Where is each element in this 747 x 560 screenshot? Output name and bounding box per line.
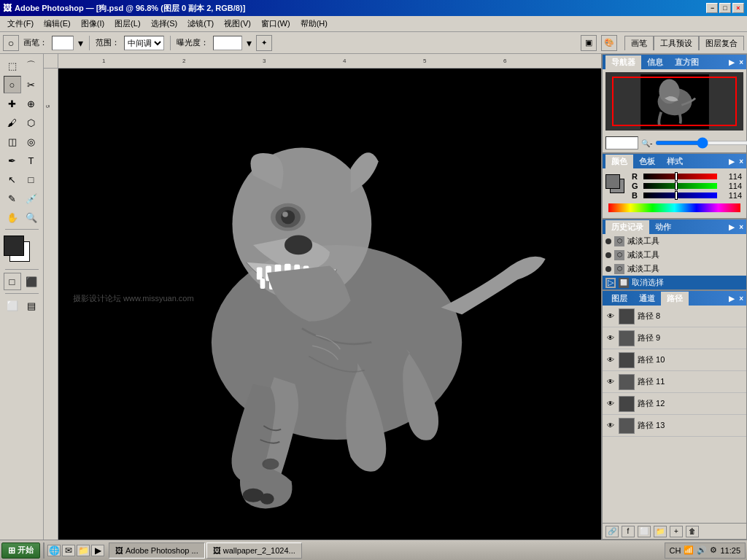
tab-histogram[interactable]: 直方图 [669,55,705,69]
brush-size-arrow[interactable]: ▾ [78,37,83,49]
navigator-expand-icon[interactable]: ▶ [729,58,735,66]
layer-link-icon[interactable]: 🔗 [605,526,619,537]
blur-tool[interactable]: ◎ [23,133,40,150]
spot-heal-tool[interactable]: ✚ [4,95,21,112]
tray-icon-3[interactable]: ⚙ [710,545,717,555]
menu-item-image[interactable]: 图像(I) [77,17,109,31]
eraser-tool[interactable]: ⬡ [23,114,40,131]
range-select[interactable]: 高光中间调暗调 [124,36,164,50]
layer-delete-icon[interactable]: 🗑 [686,526,699,537]
b-slider-thumb[interactable] [675,191,678,200]
menu-item-layer[interactable]: 图层(L) [110,17,144,31]
layer-new-icon[interactable]: + [670,526,683,537]
eyedropper-tool[interactable]: 💉 [23,190,40,207]
history-item-1[interactable]: ⬡ 减淡工具 [603,248,746,262]
layer-eye-0[interactable]: 👁 [605,311,616,322]
brush-tool[interactable]: 🖌 [4,114,21,131]
marquee-tool[interactable]: ⬚ [4,57,21,74]
path-select-tool[interactable]: ↖ [4,171,21,188]
quickmask-mode[interactable]: ⬛ [23,273,40,290]
canvas-image[interactable]: 摄影设计论坛 www.missyuan.com [58,69,601,540]
close-button[interactable]: × [732,3,744,13]
layer-fx-icon[interactable]: f [622,526,635,537]
color-close-icon[interactable]: × [739,158,743,166]
full-screen-icon[interactable]: ⬜ [4,297,21,314]
history-expand-icon[interactable]: ▶ [729,223,735,231]
tab-layers[interactable]: 图层 [605,292,633,306]
gradient-tool[interactable]: ◫ [4,133,21,150]
normal-mode[interactable]: □ [4,273,21,290]
history-close-icon[interactable]: × [739,223,743,231]
layer-mask-icon[interactable]: ⬜ [638,526,651,537]
folder-icon[interactable]: 📁 [77,545,90,556]
layers-expand-icon[interactable]: ▶ [729,295,735,303]
tab-history[interactable]: 历史记录 [605,220,649,234]
layer-eye-1[interactable]: 👁 [605,333,616,343]
tray-icon-2[interactable]: 🔊 [697,545,707,555]
menu-item-filter[interactable]: 滤镜(T) [183,17,218,31]
history-item-0[interactable]: ⬡ 减淡工具 [603,234,746,248]
tab-channels[interactable]: 通道 [633,292,661,306]
tab-actions[interactable]: 动作 [649,220,677,234]
crop-tool[interactable]: ✂ [23,76,40,93]
layer-eye-2[interactable]: 👁 [605,355,616,365]
navigator-zoom-input[interactable]: 96.8% [605,136,638,149]
tab-tool-preset[interactable]: 工具预设 [654,36,699,50]
tray-icon-1[interactable]: 📶 [684,545,694,555]
tab-brush[interactable]: 画笔 [624,36,654,50]
minimize-button[interactable]: － [706,3,718,13]
airbrush-icon[interactable]: ✦ [256,35,272,51]
foreground-color-swatch[interactable] [4,236,24,256]
menu-item-help[interactable]: 帮助(H) [296,17,332,31]
layer-item-1[interactable]: 👁 路径 9 [603,327,746,349]
maximize-button[interactable]: □ [719,3,731,13]
history-item-2[interactable]: ⬡ 减淡工具 [603,262,746,276]
shape-tool[interactable]: □ [23,171,40,188]
layer-eye-3[interactable]: 👁 [605,377,616,387]
exposure-input[interactable]: 8% [213,36,242,50]
tab-info[interactable]: 信息 [641,55,669,69]
notes-tool[interactable]: ✎ [4,190,21,207]
layer-eye-5[interactable]: 👁 [605,421,616,431]
layer-group-icon[interactable]: 📁 [654,526,667,537]
taskbar-item-photoshop[interactable]: 🖼 Adobe Photoshop ... [109,542,205,559]
layers-close-icon[interactable]: × [739,295,743,303]
g-slider-thumb[interactable] [675,182,678,190]
navigator-zoom-slider[interactable] [655,141,747,145]
hand-tool[interactable]: ✋ [4,209,21,226]
color-spectrum[interactable] [608,203,740,212]
layer-item-5[interactable]: 👁 路径 13 [603,415,746,437]
fg-color-box[interactable] [605,174,620,189]
brush-size-input[interactable]: 3 [52,36,74,50]
r-slider-thumb[interactable] [675,172,678,181]
text-tool[interactable]: T [23,152,40,169]
zoom-tool[interactable]: 🔍 [23,209,40,226]
layer-eye-4[interactable]: 👁 [605,399,616,409]
menu-item-window[interactable]: 窗口(W) [257,17,295,31]
dodge-tool-icon[interactable]: ○ [3,35,19,51]
tab-styles[interactable]: 样式 [661,155,689,168]
layer-item-3[interactable]: 👁 路径 11 [603,371,746,393]
tab-swatches[interactable]: 色板 [633,155,661,168]
full-screen-menu[interactable]: ▤ [23,297,40,314]
menu-item-file[interactable]: 文件(F) [3,17,38,31]
taskbar-item-wallpaper[interactable]: 🖼 wallpaper_2_1024... [206,542,302,559]
zoom-out-icon[interactable]: 🔍- [641,139,652,147]
layer-item-2[interactable]: 👁 路径 10 [603,349,746,371]
ie-icon[interactable]: 🌐 [47,545,61,556]
email-icon[interactable]: ✉ [62,545,75,556]
palette-icon[interactable]: 🎨 [601,35,617,51]
dodge-tool[interactable]: ○ [4,76,21,93]
color-expand-icon[interactable]: ▶ [729,158,735,166]
menu-item-view[interactable]: 视图(V) [220,17,255,31]
layer-item-0[interactable]: 👁 路径 8 [603,306,746,327]
history-item-3[interactable]: ▷ ⬜ 取消选择 [603,276,746,289]
layer-item-4[interactable]: 👁 路径 12 [603,393,746,415]
exposure-arrow[interactable]: ▾ [247,37,252,49]
pen-tool[interactable]: ✒ [4,152,21,169]
menu-item-edit[interactable]: 编辑(E) [39,17,75,31]
tab-color[interactable]: 颜色 [605,155,633,168]
options-icon[interactable]: ▣ [581,35,597,51]
tab-paths[interactable]: 路径 [661,292,689,306]
tab-navigator[interactable]: 导航器 [605,55,641,69]
